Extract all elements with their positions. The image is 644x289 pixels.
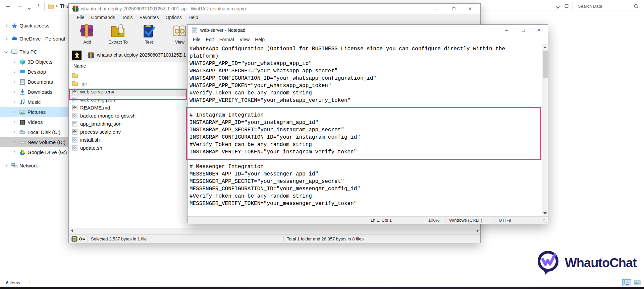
resize-grip[interactable]	[543, 219, 547, 223]
sidebar-item-this-pc[interactable]: This PC	[0, 47, 69, 57]
chevron-right-icon[interactable]	[12, 70, 16, 74]
explorer-statusbar: 6 items	[0, 279, 644, 287]
add-button[interactable]: Add	[76, 22, 98, 48]
winrar-menubar: File Commands Tools Favorites Options He…	[69, 14, 480, 22]
horizontal-scrollbar[interactable]	[69, 228, 480, 234]
line-ending: Windows (CRLF)	[449, 218, 482, 223]
winrar-statusbar: Selected 2,537 bytes in 1 file Total 1 f…	[69, 234, 480, 243]
extract-to-icon	[110, 23, 126, 39]
text-line: #Verify Token can be any random string	[190, 90, 540, 97]
minimize-button[interactable]: –	[499, 25, 514, 35]
chevron-right-icon[interactable]	[12, 111, 16, 114]
notepad-text-area[interactable]: #WhatsApp Configuration (Optional for BU…	[187, 44, 540, 216]
sidebar-item-pictures[interactable]: Pictures	[0, 107, 69, 117]
sidebar-item-documents[interactable]: Documents	[0, 77, 69, 87]
sidebar-item-network[interactable]: Network	[0, 161, 69, 171]
details-view-button[interactable]	[622, 279, 631, 286]
whautochat-bubble-icon	[535, 249, 562, 277]
divider	[283, 236, 284, 242]
chevron-right-icon[interactable]	[4, 37, 8, 41]
chevron-right-icon[interactable]	[12, 121, 16, 124]
divider	[445, 217, 445, 223]
text-line: INSTAGRAM_APP_ID="your_instagram_app_id"	[190, 120, 540, 127]
menu-tools[interactable]: Tools	[118, 14, 136, 22]
text-line: WHATSAPP_APP_SECRET="your_whatsapp_app_s…	[190, 68, 540, 75]
up-one-level-button[interactable]	[72, 51, 82, 60]
chevron-right-icon[interactable]	[4, 164, 8, 167]
close-button[interactable]: ✕	[462, 4, 478, 14]
zoom-level: 100%	[428, 218, 439, 223]
json-file-icon	[72, 121, 77, 127]
text-line: MESSENGER_APP_SECRET="your_messenger_app…	[190, 178, 540, 186]
recent-locations-icon[interactable]	[28, 5, 30, 11]
menu-file[interactable]: File	[73, 14, 88, 22]
drive-icon	[19, 139, 25, 145]
scroll-left-icon[interactable]	[69, 228, 75, 234]
sidebar-item-videos[interactable]: Videos	[0, 117, 69, 127]
text-line: #Verify Token can be any random string	[190, 142, 540, 149]
sidebar-item-downloads[interactable]: Downloads	[0, 87, 69, 97]
maximize-button[interactable]: □	[446, 4, 462, 14]
text-line: WHATSAPP_CONFIGURATION_ID="your_whatsapp…	[190, 75, 540, 83]
videos-icon	[19, 119, 25, 125]
refresh-icon[interactable]	[564, 3, 569, 9]
chevron-right-icon[interactable]	[12, 131, 16, 134]
menu-help[interactable]: Help	[185, 14, 202, 22]
breadcrumb[interactable]: This	[60, 3, 69, 9]
menu-favorites[interactable]: Favorites	[136, 14, 162, 22]
minimize-button[interactable]: –	[427, 4, 443, 14]
chevron-right-icon[interactable]	[12, 90, 16, 94]
menu-view[interactable]: View	[237, 35, 252, 44]
sidebar-item-onedrive[interactable]: OneDrive - Personal	[0, 34, 69, 44]
cursor-position: Ln 1, Col 1	[371, 218, 392, 223]
up-icon[interactable]: ↑	[34, 2, 42, 9]
menu-commands[interactable]: Commands	[88, 14, 119, 22]
chevron-down-icon[interactable]	[4, 50, 8, 54]
menu-options[interactable]: Options	[162, 14, 185, 22]
address-dropdown-icon[interactable]	[556, 5, 559, 8]
sidebar-item-3d-objects[interactable]: 3D Objects	[0, 57, 69, 67]
scroll-up-icon[interactable]	[543, 46, 547, 48]
sidebar-item-new-volume-d[interactable]: New Volume (D:)	[0, 137, 69, 147]
back-icon[interactable]: ←	[4, 2, 12, 9]
sidebar-item-music[interactable]: Music	[0, 97, 69, 107]
chevron-right-icon[interactable]	[12, 60, 16, 64]
scrollbar-thumb[interactable]	[543, 51, 548, 78]
sidebar-item-desktop[interactable]: Desktop	[0, 67, 69, 77]
vertical-scrollbar[interactable]	[542, 44, 548, 216]
thumbnail-view-button[interactable]	[633, 279, 642, 286]
chevron-right-icon[interactable]	[12, 80, 16, 84]
text-line: INSTAGRAM_APP_SECRET="your_instagram_app…	[190, 127, 540, 134]
text-line: MESSENGER_VERIFY_TOKEN="your_messenger_v…	[190, 201, 540, 208]
forward-icon[interactable]: →	[16, 2, 24, 9]
test-icon	[141, 23, 157, 39]
chevron-right-icon[interactable]	[12, 141, 16, 144]
close-button[interactable]: ✕	[531, 25, 546, 35]
whautochat-wordmark: WhautoChat	[565, 256, 637, 270]
maximize-button[interactable]: □	[516, 25, 531, 35]
network-icon	[11, 163, 17, 169]
menu-edit[interactable]: Edit	[203, 35, 217, 44]
md-file-icon	[72, 105, 77, 111]
chevron-right-icon[interactable]	[12, 151, 16, 154]
chevron-right-icon[interactable]	[4, 24, 8, 27]
documents-icon	[19, 79, 25, 85]
text-line: platform)	[190, 53, 540, 61]
menu-help[interactable]: Help	[252, 35, 267, 44]
explorer-sidebar: Quick access OneDrive - Personal This PC…	[0, 19, 69, 260]
menu-file[interactable]: File	[190, 35, 203, 44]
test-button[interactable]: Test	[138, 22, 160, 48]
scroll-down-icon[interactable]	[543, 212, 547, 214]
scroll-right-icon[interactable]	[475, 228, 480, 234]
notepad-titlebar[interactable]: web-server - Notepad – □ ✕	[187, 25, 548, 35]
sidebar-item-quick-access[interactable]: Quick access	[0, 21, 69, 31]
sidebar-item-local-disk-c[interactable]: Local Disk (C:)	[0, 127, 69, 137]
menu-format[interactable]: Format	[217, 35, 237, 44]
sidebar-item-google-drive[interactable]: Google Drive (G:)	[0, 147, 69, 157]
search-input[interactable]	[578, 3, 632, 9]
winrar-titlebar[interactable]: whauto-chat-deploy-20250603T100125Z-1-00…	[69, 4, 480, 14]
search-icon[interactable]	[634, 4, 639, 9]
chevron-right-icon[interactable]	[12, 100, 16, 104]
extract-to-button[interactable]: Extract To	[107, 22, 129, 48]
sh-file-icon	[72, 145, 77, 151]
